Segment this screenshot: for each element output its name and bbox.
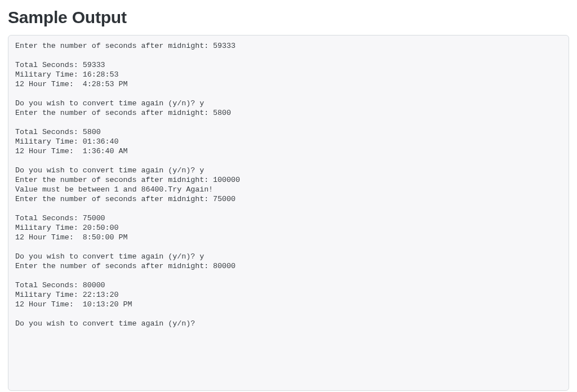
section-heading: Sample Output: [8, 8, 569, 27]
sample-output-block: Enter the number of seconds after midnig…: [8, 35, 569, 391]
